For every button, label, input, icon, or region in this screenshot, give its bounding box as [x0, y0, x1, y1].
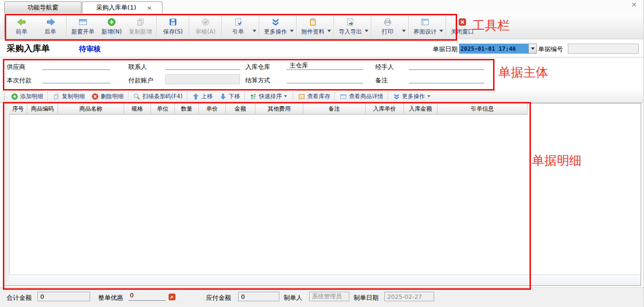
dropdown-caret-icon[interactable] [427, 95, 430, 97]
delete-circle-red-icon [92, 93, 99, 100]
detail-more-actions-button[interactable]: 更多操作 [390, 91, 435, 102]
column-header-qty[interactable]: 数量 [175, 103, 199, 114]
arrow-right-blue-icon [46, 17, 56, 28]
account-input[interactable] [165, 74, 240, 84]
toolbar-separator [66, 16, 67, 37]
detail-table: 序号 商品编码 商品名称 规格 单位 数量 单价 金额 其他费用 备注 入库单价… [4, 103, 641, 286]
add-circle-green-icon [11, 93, 18, 100]
dropdown-caret-icon[interactable] [402, 30, 406, 32]
column-header-other-fee[interactable]: 其他费用 [255, 103, 303, 114]
audit-button[interactable]: 审核(A) [191, 14, 220, 38]
doc-check-blue-icon [233, 17, 243, 28]
view-product-detail-button[interactable]: 查看商品详情 [336, 91, 387, 102]
next-doc-button[interactable]: 后单 [36, 14, 65, 38]
move-up-button[interactable]: 上移 [189, 91, 216, 102]
tab-label: 采购入库单(1) [96, 3, 136, 12]
arrow-down-blue-icon [219, 93, 227, 100]
table-header-row: 序号 商品编码 商品名称 规格 单位 数量 单价 金额 其他费用 备注 入库单价… [9, 103, 528, 114]
payment-input[interactable] [42, 75, 110, 83]
discount-input[interactable]: 0 [128, 292, 166, 301]
doc-date-value[interactable]: 2025-01-01 17:46 [460, 44, 529, 53]
toolbar-separator [47, 92, 48, 101]
doc-date-label: 单据日期 [433, 45, 458, 54]
import-export-button[interactable]: 导入导出 [336, 14, 365, 38]
close-square-red-icon [458, 17, 467, 28]
column-header-ref-info[interactable]: 引单信息 [437, 103, 528, 114]
toolbar-grip-handle[interactable] [3, 17, 5, 36]
view-stock-button[interactable]: 查看库存 [295, 91, 334, 102]
doc-date-input[interactable]: 2025-01-01 17:46 [459, 44, 537, 54]
scan-barcode-button[interactable]: 扫描条形码(F4) [130, 91, 186, 102]
supplier-input[interactable] [42, 61, 110, 70]
column-header-remark[interactable]: 备注 [303, 103, 366, 114]
date-dropdown-button[interactable] [529, 44, 536, 53]
remark-label: 备注 [375, 76, 388, 85]
dropdown-caret-icon[interactable] [290, 30, 294, 32]
document-body-form: 供应商 联系人 入库仓库 主仓库 经手人 本次付款 付款账户 结算方式 备注 [0, 57, 644, 90]
page-title: 采购入库单 [7, 43, 50, 54]
toolbar-separator [446, 16, 447, 37]
tab-close-icon[interactable]: × [147, 4, 152, 11]
tab-label: 功能导航窗 [27, 3, 58, 12]
warehouse-input[interactable]: 主仓库 [287, 61, 363, 70]
dropdown-caret-icon[interactable] [365, 30, 368, 32]
contact-input[interactable] [165, 61, 240, 70]
new-window-doc-button[interactable]: 新窗开单 [69, 14, 97, 38]
tab-purchase-inbound[interactable]: 采购入库单(1) × [82, 1, 162, 13]
create-date-label: 制单日期 [354, 294, 379, 302]
tab-bar: 功能导航窗 采购入库单(1) × ✕ [0, 0, 644, 13]
column-header-amount[interactable]: 金额 [226, 103, 255, 114]
payment-label: 本次付款 [7, 76, 32, 85]
delete-detail-button[interactable]: 删除明细 [88, 91, 127, 102]
pull-doc-button[interactable]: 引单 [224, 14, 253, 38]
add-new-button[interactable]: 新增(N) [97, 14, 126, 38]
column-header-seq[interactable]: 序号 [9, 103, 27, 114]
attachments-button[interactable]: 附件资料 [299, 14, 327, 38]
prev-doc-button[interactable]: 前单 [7, 14, 36, 38]
column-header-price[interactable]: 单价 [199, 103, 226, 114]
toolbar-separator [296, 16, 297, 37]
bottom-summary-bar: 合计金额 0 整单优惠 0 应付金额 0 制单人 系统管理员 制单日期 2025… [0, 287, 644, 307]
handler-input[interactable] [409, 61, 484, 70]
copy-gray-icon [136, 17, 145, 28]
copy-new-button[interactable]: 复制新增 [126, 14, 155, 38]
dropdown-caret-icon[interactable] [253, 30, 256, 32]
close-window-button[interactable]: 关闭窗口 [448, 14, 477, 38]
doc-no-label: 单据编号 [538, 45, 563, 54]
sort-arrow-bars-icon [250, 93, 257, 100]
detail-toolbar-grip-handle[interactable] [3, 92, 5, 101]
payable-amount-field: 0 [238, 292, 279, 301]
dropdown-caret-icon[interactable] [284, 95, 287, 97]
dropdown-caret-icon[interactable] [327, 30, 331, 32]
supplier-label: 供应商 [7, 63, 25, 71]
print-button[interactable]: 打印 [373, 14, 402, 38]
column-header-inbound-amount[interactable]: 入库金额 [404, 103, 437, 114]
more-actions-button[interactable]: 更多操作 [261, 14, 290, 38]
copy-detail-button[interactable]: 复制明细 [49, 91, 88, 102]
move-down-button[interactable]: 下移 [216, 91, 243, 102]
toolbar-separator [293, 92, 294, 101]
quick-sort-button[interactable]: 快速排序 [246, 91, 292, 102]
tab-function-nav[interactable]: 功能导航窗 [4, 1, 81, 13]
column-header-product-name[interactable]: 商品名称 [58, 103, 124, 114]
toolbar-separator [388, 92, 389, 101]
remark-input[interactable] [409, 75, 484, 83]
account-label: 付款账户 [128, 76, 153, 85]
handler-label: 经手人 [375, 63, 394, 71]
column-header-spec[interactable]: 规格 [124, 103, 151, 114]
dropdown-caret-icon[interactable] [439, 30, 443, 32]
doc-no-input[interactable] [568, 44, 639, 54]
save-button[interactable]: 保存(S) [159, 14, 187, 38]
column-header-inbound-price[interactable]: 入库单价 [366, 103, 404, 114]
toolbar-separator [189, 16, 190, 37]
contact-label: 联系人 [128, 63, 147, 71]
toolbar-separator [221, 16, 222, 37]
ui-design-button[interactable]: 界面设计 [411, 14, 439, 38]
panel-close-icon[interactable]: ✕ [631, 1, 637, 9]
toolbar-separator [128, 92, 129, 101]
column-header-product-code[interactable]: 商品编码 [27, 103, 58, 114]
add-detail-button[interactable]: 添加明细 [8, 91, 46, 102]
column-header-unit[interactable]: 单位 [151, 103, 175, 114]
apply-discount-button[interactable] [169, 293, 175, 300]
settle-input[interactable] [287, 75, 363, 83]
